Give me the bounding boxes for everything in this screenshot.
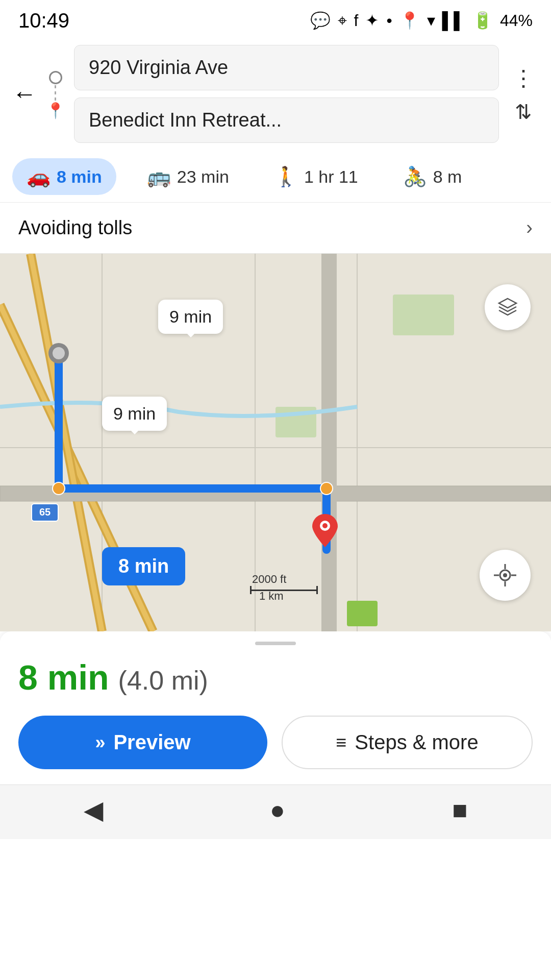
drive-icon: 🚗 [27, 165, 51, 188]
location-icon: 📍 [399, 11, 420, 30]
route-label-8min: 8 min [102, 547, 185, 585]
svg-rect-26 [250, 586, 252, 594]
svg-rect-15 [347, 601, 378, 626]
map-svg: 65 2000 ft 1 km [0, 254, 551, 631]
status-bar: 10:49 💬 ⌖ f ✦ • 📍 ▾ ▌▌ 🔋 44% [0, 0, 551, 37]
svg-rect-14 [393, 295, 454, 335]
preview-button[interactable]: » Preview [18, 716, 267, 769]
walk-time: 1 hr 11 [304, 167, 358, 187]
origin-dot [49, 71, 62, 84]
battery-percent: 44% [500, 11, 533, 30]
nav-home-button[interactable]: ● [270, 795, 285, 825]
drive-time: 8 min [57, 167, 102, 187]
preview-label: Preview [113, 731, 190, 754]
transit-time: 23 min [177, 167, 229, 187]
route-dots-indicator: 📍 [46, 69, 65, 119]
route-label-9min-mid: 9 min [102, 397, 167, 431]
action-buttons: » Preview ≡ Steps & more [18, 716, 533, 769]
avoiding-tolls-label: Avoiding tolls [18, 217, 132, 239]
layers-icon [496, 296, 519, 319]
preview-icon: » [95, 732, 105, 753]
drag-handle [255, 642, 296, 645]
status-icons: 💬 ⌖ f ✦ • 📍 ▾ ▌▌ 🔋 44% [310, 11, 533, 30]
route-line [55, 85, 56, 101]
svg-text:2000 ft: 2000 ft [252, 573, 286, 585]
svg-text:65: 65 [39, 506, 51, 518]
back-button[interactable]: ← [12, 82, 37, 106]
route-inputs [74, 45, 499, 143]
bottom-panel: 8 min (4.0 mi) » Preview ≡ Steps & more [0, 631, 551, 785]
tab-drive[interactable]: 🚗 8 min [12, 158, 116, 195]
svg-point-20 [322, 523, 328, 528]
tab-walk[interactable]: 🚶 1 hr 11 [260, 158, 372, 195]
walk-icon: 🚶 [274, 165, 298, 188]
signal-icon: ▌▌ [442, 11, 465, 30]
route-row: ← 📍 ⋮ ⇅ [12, 45, 539, 143]
avoiding-tolls-row[interactable]: Avoiding tolls › [0, 203, 551, 254]
steps-button[interactable]: ≡ Steps & more [282, 716, 533, 769]
route-distance: (4.0 mi) [118, 665, 208, 696]
bike-icon: 🚴 [403, 165, 427, 188]
svg-text:1 km: 1 km [259, 590, 284, 602]
destination-pin-icon: 📍 [46, 102, 65, 119]
svg-point-17 [53, 347, 65, 359]
svg-point-24 [320, 482, 333, 495]
more-menu-button[interactable]: ⋮ [508, 65, 539, 91]
route-label-9min-top: 9 min [158, 300, 223, 334]
map-area[interactable]: 65 2000 ft 1 km 9 min 9 min 8 min [0, 254, 551, 631]
nav-bar: ◀ ● ■ [0, 785, 551, 839]
svg-point-36 [503, 573, 507, 577]
svg-point-23 [53, 482, 65, 495]
facebook-icon: f [354, 11, 359, 30]
locate-button[interactable] [480, 550, 531, 601]
chevron-right-icon: › [526, 217, 533, 239]
nav-back-button[interactable]: ◀ [84, 795, 103, 825]
route-summary: 8 min (4.0 mi) [18, 657, 533, 697]
svg-rect-12 [321, 254, 337, 631]
wifi-icon: ▾ [427, 11, 435, 30]
notification-icon: ⌖ [338, 11, 347, 30]
battery-icon: 🔋 [472, 11, 493, 30]
route-header: ← 📍 ⋮ ⇅ [0, 37, 551, 143]
steps-icon: ≡ [336, 732, 346, 753]
locate-icon [492, 562, 518, 589]
dot-icon: • [386, 11, 392, 30]
route-time: 8 min [18, 657, 109, 697]
origin-input[interactable] [74, 45, 499, 90]
bike-time: 8 m [433, 167, 462, 187]
svg-marker-30 [499, 299, 516, 308]
nav-recent-button[interactable]: ■ [452, 795, 467, 825]
steps-label: Steps & more [355, 731, 478, 754]
destination-input[interactable] [74, 97, 499, 143]
status-time: 10:49 [18, 9, 69, 32]
chat-icon: 💬 [310, 11, 331, 30]
map-layers-button[interactable] [485, 284, 531, 330]
swap-button[interactable]: ⇅ [515, 100, 532, 124]
transit-icon: 🚌 [147, 165, 171, 188]
tab-bike[interactable]: 🚴 8 m [389, 158, 477, 195]
tab-transit[interactable]: 🚌 23 min [133, 158, 243, 195]
transport-tabs: 🚗 8 min 🚌 23 min 🚶 1 hr 11 🚴 8 m [0, 151, 551, 203]
star-icon: ✦ [365, 11, 379, 30]
svg-rect-27 [316, 586, 318, 594]
